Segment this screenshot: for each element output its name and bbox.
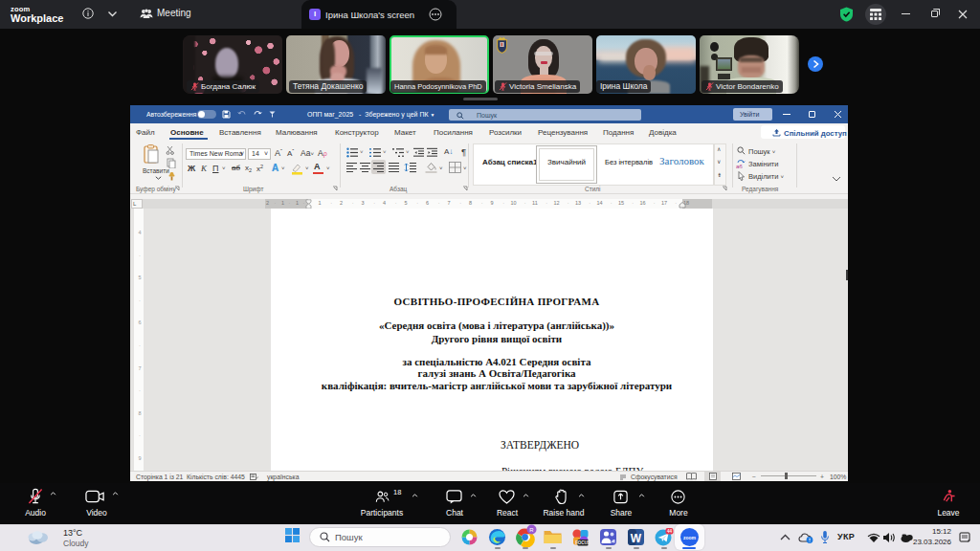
svg-text:W: W <box>631 532 642 545</box>
svg-text:аб: аб <box>736 164 743 169</box>
svg-text:R: R <box>529 527 534 533</box>
svg-text:zoom: zoom <box>683 535 697 540</box>
svg-text:44: 44 <box>667 529 673 534</box>
svg-text:FOCUS: FOCUS <box>575 540 590 545</box>
